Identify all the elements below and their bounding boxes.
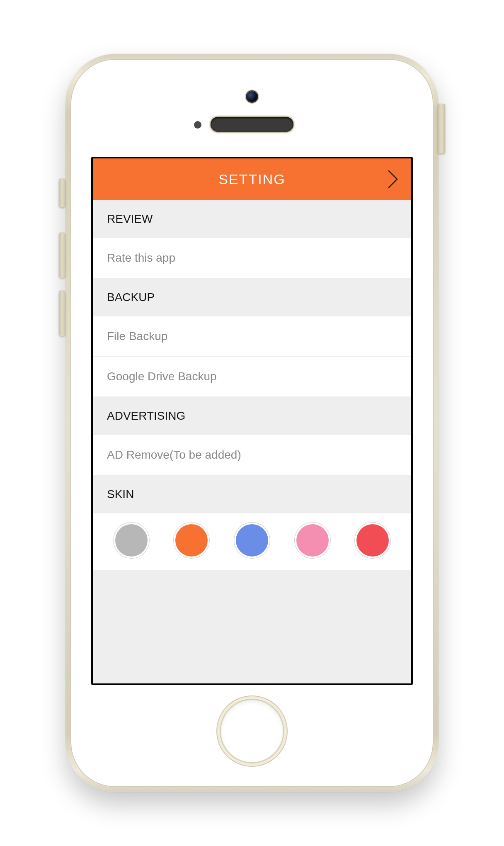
skin-swatch-pink[interactable] [296, 524, 329, 557]
header-bar: SETTING [93, 158, 411, 200]
section-heading-advertising: ADVERTISING [93, 397, 411, 435]
volume-up-button [59, 232, 65, 278]
section-heading-skin: SKIN [93, 475, 411, 513]
row-rate-app[interactable]: Rate this app [93, 238, 411, 278]
phone-frame: SETTING REVIEW Rate this app BACKUP File… [65, 54, 439, 792]
section-heading-review: REVIEW [93, 200, 411, 238]
volume-down-button [59, 290, 65, 336]
row-file-backup[interactable]: File Backup [93, 316, 411, 357]
power-button [438, 104, 445, 153]
app-screen: SETTING REVIEW Rate this app BACKUP File… [91, 157, 413, 685]
home-button [221, 700, 283, 762]
skin-swatch-red[interactable] [356, 524, 389, 557]
header-title: SETTING [218, 171, 285, 187]
chevron-right-icon[interactable] [387, 169, 399, 189]
row-ad-remove[interactable]: AD Remove(To be added) [93, 435, 411, 475]
front-camera [247, 91, 257, 102]
skin-swatch-grey[interactable] [115, 524, 148, 557]
section-heading-backup: BACKUP [93, 278, 411, 316]
phone-bezel: SETTING REVIEW Rate this app BACKUP File… [70, 59, 434, 787]
earpiece-speaker [211, 117, 293, 132]
skin-swatch-orange[interactable] [175, 524, 208, 557]
row-google-drive-backup[interactable]: Google Drive Backup [93, 357, 411, 397]
mute-switch [59, 178, 65, 207]
skin-swatch-blue[interactable] [236, 524, 268, 557]
proximity-sensor [194, 121, 201, 129]
footer-spacer [93, 570, 411, 603]
skin-color-row [93, 513, 411, 570]
